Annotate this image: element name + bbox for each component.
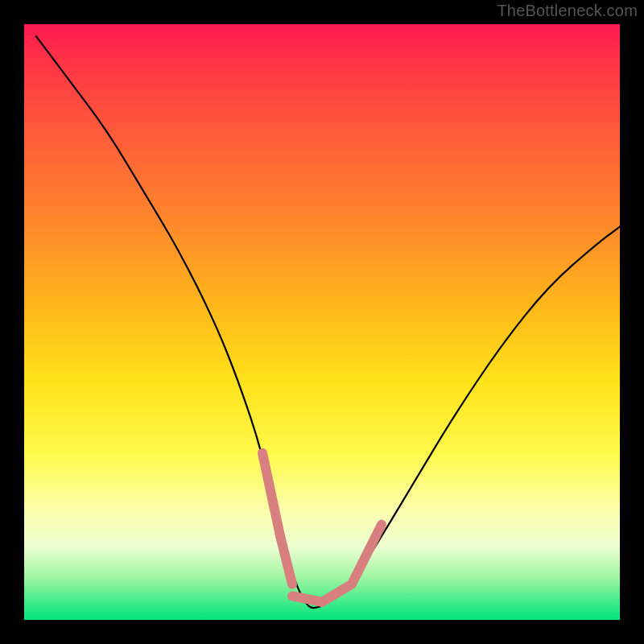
highlight-dash [352, 548, 369, 584]
plot-frame [24, 24, 620, 620]
chart-overlay [24, 24, 620, 620]
highlight-dash [262, 453, 280, 537]
highlight-dash [322, 584, 352, 602]
highlight-dash [369, 525, 382, 549]
bottleneck-curve [36, 36, 620, 608]
highlight-strokes [262, 453, 382, 602]
watermark-text: TheBottleneck.com [497, 2, 638, 20]
highlight-dash [280, 536, 292, 584]
chart-stage: TheBottleneck.com [0, 0, 644, 644]
